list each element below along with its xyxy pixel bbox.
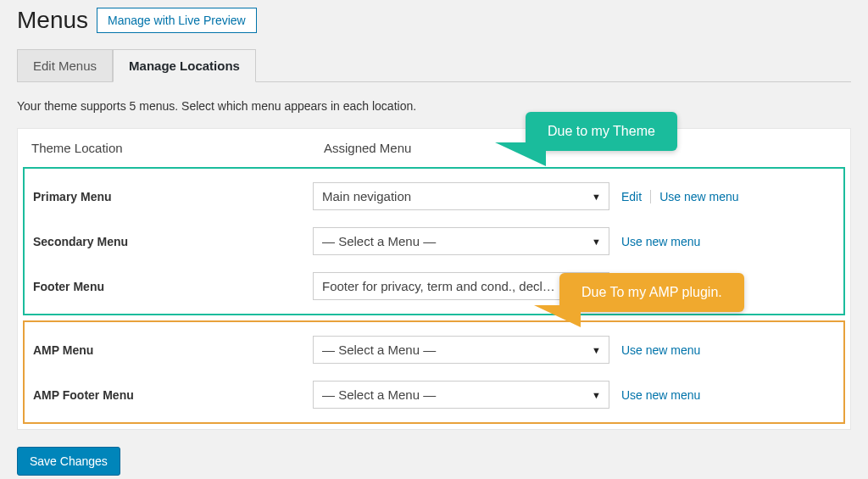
use-new-link-primary[interactable]: Use new menu (659, 190, 738, 203)
amp-group: AMP Menu — Select a Menu — ▼ Use new men… (23, 320, 845, 424)
label-primary-menu: Primary Menu (31, 190, 313, 203)
select-secondary-menu[interactable]: — Select a Menu — (313, 227, 609, 255)
callout-amp-text: Due To my AMP plugin. (581, 285, 722, 299)
callout-amp: Due To my AMP plugin. (559, 273, 744, 312)
callout-tail (495, 142, 546, 166)
tab-nav: Edit Menus Manage Locations (17, 49, 851, 82)
intro-text: Your theme supports 5 menus. Select whic… (17, 99, 851, 113)
tab-edit-menus[interactable]: Edit Menus (17, 49, 113, 81)
page-title: Menus (17, 7, 88, 34)
divider (650, 190, 651, 203)
callout-tail (534, 305, 581, 327)
save-changes-button[interactable]: Save Changes (17, 447, 120, 476)
label-amp-footer-menu: AMP Footer Menu (31, 388, 313, 402)
callout-theme: Due to my Theme (526, 112, 677, 151)
manage-live-preview-button[interactable]: Manage with Live Preview (97, 8, 257, 33)
use-new-link-amp[interactable]: Use new menu (621, 343, 700, 357)
use-new-link-secondary[interactable]: Use new menu (621, 235, 700, 248)
select-primary-menu[interactable]: Main nevigation (313, 182, 609, 210)
label-secondary-menu: Secondary Menu (31, 235, 313, 248)
edit-link-primary[interactable]: Edit (621, 190, 642, 203)
table-header: Theme Location Assigned Menu (18, 129, 850, 167)
label-amp-menu: AMP Menu (31, 343, 313, 357)
row-secondary: Secondary Menu — Select a Menu — ▼ Use n… (25, 219, 843, 264)
row-primary: Primary Menu Main nevigation ▼ Edit Use … (25, 174, 843, 219)
label-footer-menu: Footer Menu (31, 280, 313, 293)
use-new-link-amp-footer[interactable]: Use new menu (621, 388, 700, 402)
select-amp-menu[interactable]: — Select a Menu — (313, 336, 609, 364)
select-amp-footer-menu[interactable]: — Select a Menu — (313, 381, 609, 409)
tab-manage-locations[interactable]: Manage Locations (113, 49, 256, 82)
row-amp-footer: AMP Footer Menu — Select a Menu — ▼ Use … (25, 372, 843, 417)
col-theme-location: Theme Location (31, 141, 324, 155)
row-amp: AMP Menu — Select a Menu — ▼ Use new men… (25, 327, 843, 372)
callout-theme-text: Due to my Theme (548, 124, 655, 138)
